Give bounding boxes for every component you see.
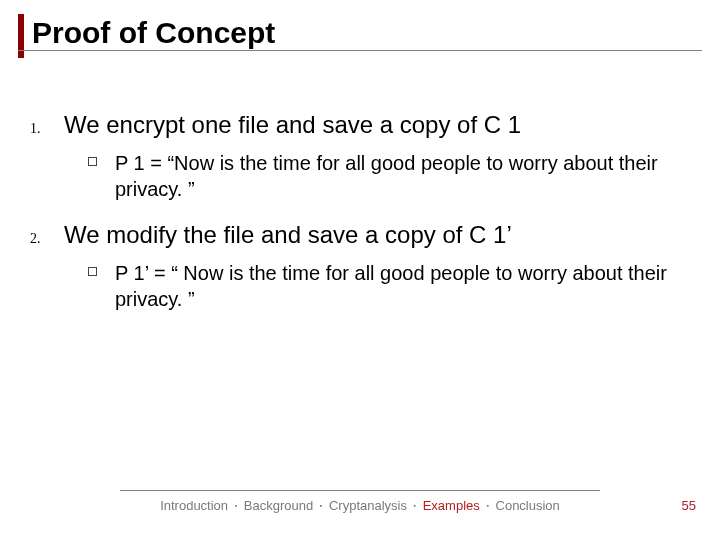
- crumb-examples: Examples: [423, 498, 480, 513]
- list-number: 1.: [30, 121, 64, 137]
- list-item: 1. We encrypt one file and save a copy o…: [30, 110, 690, 140]
- crumb-conclusion: Conclusion: [496, 498, 560, 513]
- list-item: 2. We modify the file and save a copy of…: [30, 220, 690, 250]
- list-text: We encrypt one file and save a copy of C…: [64, 110, 521, 140]
- separator-icon: ▪: [414, 502, 416, 509]
- title-bar: Proof of Concept: [18, 14, 720, 50]
- footer: Introduction ▪ Background ▪ Cryptanalysi…: [0, 496, 720, 520]
- square-bullet-icon: [88, 157, 97, 166]
- separator-icon: ▪: [235, 502, 237, 509]
- sub-list-item: P 1’ = “ Now is the time for all good pe…: [88, 260, 690, 312]
- breadcrumb: Introduction ▪ Background ▪ Cryptanalysi…: [0, 498, 720, 513]
- sub-list-text: P 1 = “Now is the time for all good peop…: [115, 150, 690, 202]
- square-bullet-icon: [88, 267, 97, 276]
- sub-list-text: P 1’ = “ Now is the time for all good pe…: [115, 260, 690, 312]
- separator-icon: ▪: [320, 502, 322, 509]
- crumb-background: Background: [244, 498, 313, 513]
- sub-list-item: P 1 = “Now is the time for all good peop…: [88, 150, 690, 202]
- list-number: 2.: [30, 231, 64, 247]
- slide-title: Proof of Concept: [32, 14, 720, 50]
- crumb-introduction: Introduction: [160, 498, 228, 513]
- footer-underline: [120, 490, 600, 491]
- content-area: 1. We encrypt one file and save a copy o…: [30, 110, 690, 330]
- separator-icon: ▪: [486, 502, 488, 509]
- list-text: We modify the file and save a copy of C …: [64, 220, 512, 250]
- crumb-cryptanalysis: Cryptanalysis: [329, 498, 407, 513]
- page-number: 55: [682, 498, 696, 513]
- title-accent: [18, 14, 24, 58]
- title-underline: [18, 50, 702, 51]
